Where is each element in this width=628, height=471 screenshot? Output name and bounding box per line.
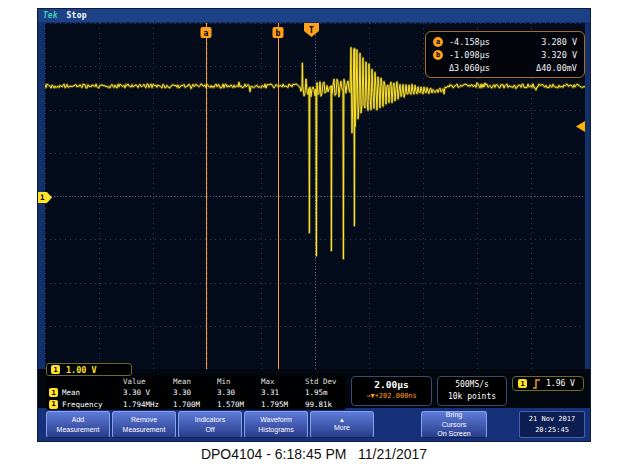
meas-header-min: Min — [217, 377, 261, 386]
button-label: Histograms — [258, 425, 293, 434]
meas-mean-stddev: 1.95m — [305, 388, 349, 397]
waveform-histograms-button[interactable]: Waveform Histograms — [244, 411, 308, 438]
meas-freq-stddev: 99.81k — [305, 400, 349, 409]
meas-header-mean: Mean — [173, 377, 217, 386]
button-label: Add — [72, 415, 84, 424]
channel1-scale-readout: 1 1.00 V — [46, 363, 132, 376]
top-bar: Tek Stop — [38, 9, 590, 22]
button-label: Measurement — [123, 425, 166, 434]
trigger-source-badge: 1 — [518, 379, 527, 388]
acquisition-status: Stop — [66, 11, 86, 20]
channel1-badge: 1 — [51, 365, 60, 374]
caption: DPO4104 - 6:18:45 PM 11/21/2017 — [0, 446, 628, 462]
add-measurement-button[interactable]: Add Measurement — [46, 411, 110, 438]
meas-freq-value: 1.794MHz — [123, 400, 173, 409]
meas-header-stddev: Std Dev — [305, 377, 349, 386]
cursor-delta-time: Δ3.060μs — [449, 63, 523, 73]
date-value: 21 Nov 2017 — [529, 414, 575, 425]
cursor-b-voltage: 3.320 V — [541, 50, 577, 60]
button-label: Waveform — [260, 415, 292, 424]
cursor-a-readout: a -4.158μs 3.280 V — [433, 35, 577, 48]
meas-mean-min: 3.30 — [217, 388, 261, 397]
cursor-b-time: -1.098μs — [449, 50, 523, 60]
button-label: Indicators — [195, 415, 225, 424]
meas-name-label: Frequency — [62, 400, 103, 409]
button-label: Bring — [446, 410, 462, 419]
svg-text:b: b — [276, 29, 281, 38]
button-label: On Screen — [437, 429, 470, 438]
cursor-b-badge: b — [433, 50, 443, 60]
button-label: Cursors — [442, 420, 467, 429]
meas-header-value: Value — [123, 377, 173, 386]
cursor-a-time: -4.158μs — [449, 37, 523, 47]
trigger-readout: 1 1.96 V — [512, 376, 584, 391]
channel1-badge: 1 — [49, 400, 58, 409]
timebase-value: 2.00μs — [352, 379, 431, 390]
channel1-badge: 1 — [49, 388, 58, 397]
trigger-delay-readout: →▼+202.000ns — [352, 392, 431, 400]
more-button[interactable]: ▲ More — [310, 411, 374, 438]
record-length: 10k points — [438, 391, 506, 403]
cursor-a-voltage: 3.280 V — [541, 37, 577, 47]
svg-text:T: T — [309, 26, 314, 35]
meas-freq-mean: 1.700M — [173, 400, 217, 409]
indicators-button[interactable]: Indicators Off — [178, 411, 242, 438]
channel1-scale-value: 1.00 V — [66, 365, 97, 375]
tek-logo: Tek — [43, 11, 57, 20]
meas-mean-mean: 3.30 — [173, 388, 217, 397]
meas-name-label: Mean — [62, 388, 80, 397]
button-label: Off — [205, 425, 214, 434]
meas-mean-value: 3.30 V — [123, 388, 173, 397]
datetime-readout: 21 Nov 2017 20:25:45 — [519, 411, 585, 438]
meas-freq-min: 1.570M — [217, 400, 261, 409]
delay-position-icon: →▼ — [366, 392, 374, 400]
button-label: Measurement — [57, 425, 100, 434]
channel1-ground-label: 1 — [40, 193, 45, 202]
rising-edge-icon — [532, 379, 541, 389]
acquisition-readout: 500MS/s 10k points — [437, 376, 507, 406]
oscilloscope-screen: Tek Stop abT a -4.158μs 3.280 V b -1.098… — [37, 8, 591, 442]
measurement-table: Value Mean Min Max Std Dev 1 Mean 3.30 V… — [46, 376, 346, 410]
remove-measurement-button[interactable]: Remove Measurement — [112, 411, 176, 438]
meas-freq-max: 1.795M — [261, 400, 305, 409]
horizontal-readout: 2.00μs →▼+202.000ns — [351, 376, 432, 406]
sample-rate: 500MS/s — [438, 379, 506, 391]
cursor-a-badge: a — [433, 37, 443, 47]
button-label: More — [334, 423, 350, 432]
cursor-delta-readout: Δ3.060μs Δ40.00mV — [433, 61, 577, 74]
meas-header-max: Max — [261, 377, 305, 386]
delay-value: +202.000ns — [375, 392, 417, 400]
trigger-level-value: 1.96 V — [546, 379, 575, 388]
meas-row-mean-name: 1 Mean — [49, 388, 123, 397]
svg-text:a: a — [204, 29, 209, 38]
bring-cursors-on-screen-button[interactable]: Bring Cursors On Screen — [421, 411, 487, 438]
meas-mean-max: 3.31 — [261, 388, 305, 397]
cursor-delta-voltage: Δ40.00mV — [536, 63, 577, 73]
meas-row-frequency-name: 1 Frequency — [49, 400, 123, 409]
cursor-readout-panel: a -4.158μs 3.280 V b -1.098μs 3.320 V Δ3… — [425, 31, 585, 78]
time-value: 20:25:45 — [535, 425, 569, 436]
button-label: Remove — [131, 415, 157, 424]
cursor-b-readout: b -1.098μs 3.320 V — [433, 48, 577, 61]
